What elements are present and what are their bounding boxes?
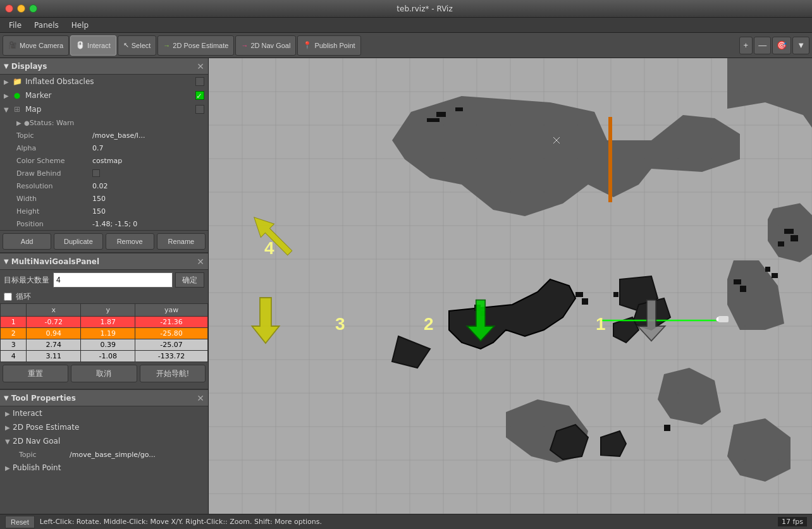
tool-interact-label: Interact bbox=[13, 409, 42, 418]
displays-header: ▼ Displays ✕ bbox=[0, 58, 208, 75]
position-value: -1.48; -1.5; 0 bbox=[92, 220, 204, 228]
svg-marker-60 bbox=[637, 300, 665, 341]
resolution-value: 0.02 bbox=[92, 182, 204, 190]
minus-toolbar-button[interactable]: — bbox=[754, 37, 771, 54]
position-label: Position bbox=[16, 220, 92, 228]
toolbar-right: + — 🎯 ▼ bbox=[739, 37, 809, 54]
col-num bbox=[1, 304, 27, 317]
display-buttons: Add Duplicate Remove Rename bbox=[0, 230, 208, 252]
remove-display-button[interactable]: Remove bbox=[106, 233, 154, 250]
multinavi-header: ▼ MultiNaviGoalsPanel ✕ bbox=[0, 253, 208, 270]
row-y: 0.39 bbox=[81, 339, 135, 351]
tree-item-marker[interactable]: ▶ ● Marker ✓ bbox=[0, 88, 208, 102]
svg-text:1: 1 bbox=[596, 314, 606, 334]
map-arrow: ▼ bbox=[4, 106, 11, 113]
row-yaw: -25.07 bbox=[135, 339, 208, 351]
tool-navgoal-item[interactable]: ▼ 2D Nav Goal bbox=[0, 434, 208, 448]
publish-point-button[interactable]: 📍 Publish Point bbox=[297, 35, 360, 56]
row-yaw: -133.72 bbox=[135, 351, 208, 362]
tool-navgoal-topic-row: Topic /move_base_simple/go... bbox=[0, 448, 208, 461]
drawbehind-checkbox[interactable] bbox=[92, 169, 100, 177]
svg-rect-35 bbox=[436, 112, 446, 117]
alpha-label: Alpha bbox=[16, 144, 92, 152]
svg-rect-36 bbox=[427, 118, 440, 122]
goal-max-input[interactable] bbox=[53, 272, 173, 288]
prop-topic: Topic /move_base/l... bbox=[13, 129, 208, 142]
goal-confirm-button[interactable]: 确定 bbox=[175, 272, 204, 288]
svg-rect-53 bbox=[718, 316, 729, 322]
prop-colorscheme: Color Scheme costmap bbox=[13, 154, 208, 167]
displays-close[interactable]: ✕ bbox=[197, 61, 204, 71]
pose-estimate-button[interactable]: → 2D Pose Estimate bbox=[157, 35, 234, 56]
camera-icon: 🎥 bbox=[8, 41, 17, 49]
svg-rect-38 bbox=[474, 305, 481, 311]
tool-navgoal-topic-label: Topic bbox=[19, 451, 70, 459]
tool-pose-item[interactable]: ▶ 2D Pose Estimate bbox=[0, 420, 208, 434]
displays-section: ▼ Displays ✕ ▶ 📁 Inflated Obstacles ▶ ● … bbox=[0, 58, 208, 252]
tool-pose-label: 2D Pose Estimate bbox=[13, 423, 79, 432]
select-button[interactable]: ↖ Select bbox=[118, 35, 157, 56]
tree-item-map[interactable]: ▼ ⊞ Map bbox=[0, 102, 208, 116]
multinavi-close[interactable]: ✕ bbox=[197, 257, 204, 267]
reset-goals-button[interactable]: 重置 bbox=[3, 365, 68, 382]
cancel-button[interactable]: 取消 bbox=[71, 365, 137, 382]
menu-panels[interactable]: Panels bbox=[28, 20, 65, 31]
status-label: Status: Warn bbox=[30, 119, 204, 127]
tool-pose-arrow: ▶ bbox=[5, 424, 13, 431]
menu-help[interactable]: Help bbox=[65, 20, 95, 31]
marker-checkbox[interactable]: ✓ bbox=[195, 91, 204, 100]
map-props: ▶ ● Status: Warn Topic /move_base/l... A… bbox=[0, 116, 208, 230]
prop-height: Height 150 bbox=[13, 205, 208, 217]
interact-button[interactable]: 🖱️ Interact bbox=[70, 35, 116, 56]
col-x: x bbox=[27, 304, 81, 317]
canvas-area[interactable]: 4 3 2 1 bbox=[209, 58, 812, 514]
table-row[interactable]: 1 -0.72 1.87 -21.36 bbox=[1, 317, 208, 328]
row-num: 3 bbox=[1, 339, 27, 351]
fps-display: 17 fps bbox=[778, 517, 807, 526]
pose-icon: → bbox=[163, 42, 170, 49]
table-row[interactable]: 2 0.94 1.19 -25.80 bbox=[1, 328, 208, 339]
duplicate-display-button[interactable]: Duplicate bbox=[54, 233, 102, 250]
camera-toolbar-button[interactable]: 🎯 bbox=[772, 37, 791, 54]
start-nav-button[interactable]: 开始导航! bbox=[140, 365, 206, 382]
svg-rect-0 bbox=[209, 58, 812, 514]
tree-item-inflated[interactable]: ▶ 📁 Inflated Obstacles bbox=[0, 75, 208, 88]
resolution-label: Resolution bbox=[16, 182, 92, 190]
maximize-button[interactable] bbox=[29, 4, 37, 13]
move-camera-button[interactable]: 🎥 Move Camera bbox=[3, 35, 69, 56]
minimize-button[interactable] bbox=[17, 4, 25, 13]
rename-display-button[interactable]: Rename bbox=[157, 233, 206, 250]
col-yaw: yaw bbox=[135, 304, 208, 317]
reset-button[interactable]: Reset bbox=[5, 516, 35, 528]
tool-props-header: ▼ Tool Properties ✕ bbox=[0, 390, 208, 406]
left-panel: ▼ Displays ✕ ▶ 📁 Inflated Obstacles ▶ ● … bbox=[0, 58, 209, 514]
inflated-arrow: ▶ bbox=[4, 78, 11, 85]
scroll-indicator[interactable] bbox=[608, 117, 612, 202]
map-checkbox[interactable] bbox=[195, 105, 204, 114]
inflated-checkbox[interactable] bbox=[195, 77, 204, 86]
tool-props-close[interactable]: ✕ bbox=[197, 393, 204, 403]
table-row[interactable]: 4 3.11 -1.08 -133.72 bbox=[1, 351, 208, 362]
nav-goal-button[interactable]: → 2D Nav Goal bbox=[235, 35, 296, 56]
more-toolbar-button[interactable]: ▼ bbox=[792, 37, 809, 54]
row-x: 0.94 bbox=[27, 328, 81, 339]
table-row[interactable]: 3 2.74 0.39 -25.07 bbox=[1, 339, 208, 351]
displays-title: Displays bbox=[11, 62, 47, 71]
titlebar: teb.rviz* - RViz bbox=[0, 0, 812, 18]
tool-navgoal-label: 2D Nav Goal bbox=[13, 437, 60, 446]
menu-file[interactable]: File bbox=[3, 20, 28, 31]
add-toolbar-button[interactable]: + bbox=[739, 37, 753, 54]
cycle-label: 循环 bbox=[16, 291, 31, 302]
colorscheme-label: Color Scheme bbox=[16, 157, 92, 165]
close-button[interactable] bbox=[5, 4, 13, 13]
menubar: File Panels Help bbox=[0, 18, 812, 33]
svg-line-62 bbox=[553, 137, 560, 143]
cycle-checkbox[interactable] bbox=[4, 293, 12, 301]
drawbehind-label: Draw Behind bbox=[16, 169, 92, 178]
marker-icon: ● bbox=[11, 90, 23, 101]
add-display-button[interactable]: Add bbox=[3, 233, 51, 250]
svg-rect-47 bbox=[772, 273, 778, 278]
tool-publish-item[interactable]: ▶ Publish Point bbox=[0, 461, 208, 475]
tool-interact-item[interactable]: ▶ Interact bbox=[0, 406, 208, 420]
row-y: 1.19 bbox=[81, 328, 135, 339]
